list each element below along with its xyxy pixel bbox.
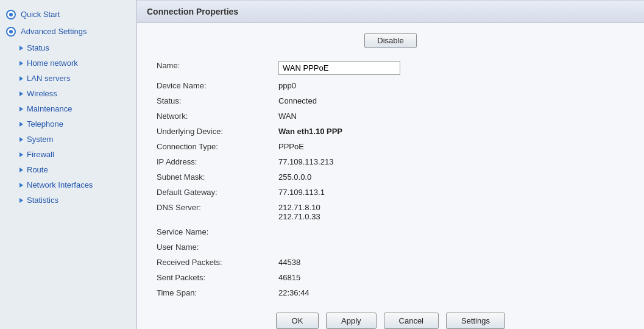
sidebar-item-firewall[interactable]: Firewall	[0, 147, 136, 162]
sidebar-item-lan-servers[interactable]: LAN servers	[0, 71, 136, 86]
sidebar-item-wireless[interactable]: Wireless	[0, 86, 136, 101]
arrow-icon	[19, 122, 23, 127]
footer-buttons: OK Apply Cancel Settings	[152, 300, 629, 329]
table-row: Device Name: ppp0	[152, 78, 629, 93]
connection-type-label: Connection Type:	[152, 139, 274, 154]
default-gateway-value: 77.109.113.1	[274, 185, 629, 200]
table-row: Subnet Mask: 255.0.0.0	[152, 169, 629, 185]
cancel-button[interactable]: Cancel	[384, 313, 439, 329]
sidebar: Quick Start Advanced Settings Status Hom…	[0, 0, 137, 329]
sidebar-item-statistics[interactable]: Statistics	[0, 193, 136, 208]
arrow-icon	[19, 168, 23, 172]
device-name-label: Device Name:	[152, 78, 274, 93]
advanced-settings-label: Advanced Settings	[21, 27, 87, 36]
status-value: Connected	[274, 93, 629, 108]
name-input[interactable]	[278, 61, 400, 75]
ok-button[interactable]: OK	[276, 313, 319, 329]
table-row: Network: WAN	[152, 108, 629, 124]
table-row: DNS Server: 212.71.8.10 212.71.0.33	[152, 200, 629, 224]
subnet-mask-label: Subnet Mask:	[152, 169, 274, 185]
sidebar-item-maintenance[interactable]: Maintenance	[0, 101, 136, 116]
sidebar-label-firewall: Firewall	[27, 150, 54, 159]
quick-start-icon	[6, 10, 16, 19]
arrow-icon	[19, 198, 23, 203]
device-name-value: ppp0	[274, 78, 629, 93]
table-row: Time Span: 22:36:44	[152, 285, 629, 300]
arrow-icon	[19, 183, 23, 188]
received-packets-label: Received Packets:	[152, 255, 274, 270]
subnet-mask-value: 255.0.0.0	[274, 169, 629, 185]
connection-type-value: PPPoE	[274, 139, 629, 154]
status-label: Status:	[152, 93, 274, 108]
table-row: Sent Packets: 46815	[152, 270, 629, 285]
sidebar-item-route[interactable]: Route	[0, 162, 136, 177]
disable-row: Disable	[152, 33, 629, 48]
service-name-label: Service Name:	[152, 224, 274, 239]
sidebar-item-advanced-settings[interactable]: Advanced Settings	[0, 23, 136, 40]
sidebar-item-telephone[interactable]: Telephone	[0, 116, 136, 132]
dns-server-value2: 212.71.0.33	[278, 212, 625, 221]
received-packets-value: 44538	[274, 255, 629, 270]
arrow-icon	[19, 107, 23, 111]
dns-server-value1: 212.71.8.10	[278, 203, 625, 212]
user-name-label: User Name:	[152, 239, 274, 255]
network-value: WAN	[274, 108, 629, 124]
sidebar-item-system[interactable]: System	[0, 132, 136, 147]
quick-start-label: Quick Start	[21, 10, 60, 19]
table-row: Default Gateway: 77.109.113.1	[152, 185, 629, 200]
apply-button[interactable]: Apply	[326, 313, 377, 329]
settings-button[interactable]: Settings	[446, 313, 505, 329]
advanced-settings-icon	[6, 27, 16, 37]
table-row: Status: Connected	[152, 93, 629, 108]
sidebar-label-status: Status	[27, 43, 49, 52]
sent-packets-label: Sent Packets:	[152, 270, 274, 285]
sidebar-label-system: System	[27, 135, 53, 144]
arrow-icon	[19, 91, 23, 96]
time-span-label: Time Span:	[152, 285, 274, 300]
dns-server-values: 212.71.8.10 212.71.0.33	[274, 200, 629, 224]
table-row: Connection Type: PPPoE	[152, 139, 629, 154]
ip-address-value: 77.109.113.213	[274, 154, 629, 169]
table-row: User Name:	[152, 239, 629, 255]
sidebar-label-telephone: Telephone	[27, 119, 63, 129]
arrow-icon	[19, 152, 23, 157]
default-gateway-label: Default Gateway:	[152, 185, 274, 200]
arrow-icon	[19, 46, 23, 51]
sent-packets-value: 46815	[274, 270, 629, 285]
ip-address-label: IP Address:	[152, 154, 274, 169]
disable-button[interactable]: Disable	[364, 33, 416, 48]
sidebar-label-lan-servers: LAN servers	[27, 74, 71, 83]
panel-body: Disable Name: Device Name: ppp0	[137, 23, 644, 329]
sidebar-label-maintenance: Maintenance	[27, 104, 72, 113]
properties-table: Name: Device Name: ppp0 Status: Connecte…	[152, 58, 629, 300]
name-label: Name:	[152, 58, 274, 78]
sidebar-label-home-network: Home network	[27, 58, 78, 68]
sidebar-label-statistics: Statistics	[27, 196, 58, 205]
underlying-device-value: Wan eth1.10 PPP	[274, 124, 629, 139]
sidebar-item-quick-start[interactable]: Quick Start	[0, 6, 136, 23]
table-row: Underlying Device: Wan eth1.10 PPP	[152, 124, 629, 139]
underlying-device-label: Underlying Device:	[152, 124, 274, 139]
name-field-cell	[274, 58, 629, 78]
sidebar-label-wireless: Wireless	[27, 89, 57, 98]
user-name-value	[274, 239, 629, 255]
sidebar-item-home-network[interactable]: Home network	[0, 55, 136, 71]
sidebar-item-status[interactable]: Status	[0, 40, 136, 55]
table-row: IP Address: 77.109.113.213	[152, 154, 629, 169]
dns-server-label: DNS Server:	[152, 200, 274, 224]
arrow-icon	[19, 61, 23, 66]
sidebar-label-network-interfaces: Network Interfaces	[27, 180, 93, 189]
table-row: Service Name:	[152, 224, 629, 239]
sidebar-label-route: Route	[27, 165, 48, 174]
network-label: Network:	[152, 108, 274, 124]
connection-properties-panel: Connection Properties Disable Name: Devi…	[137, 0, 644, 329]
table-row: Received Packets: 44538	[152, 255, 629, 270]
arrow-icon	[19, 137, 23, 142]
arrow-icon	[19, 76, 23, 81]
time-span-value: 22:36:44	[274, 285, 629, 300]
table-row: Name:	[152, 58, 629, 78]
sidebar-item-network-interfaces[interactable]: Network Interfaces	[0, 177, 136, 193]
service-name-value	[274, 224, 629, 239]
main-content: Connection Properties Disable Name: Devi…	[137, 0, 644, 329]
panel-title: Connection Properties	[137, 0, 644, 23]
